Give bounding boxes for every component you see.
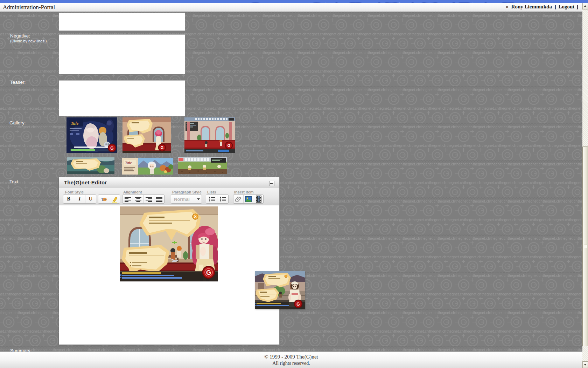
font-color-button[interactable]: T xyxy=(98,195,109,203)
lists-group-label: Lists xyxy=(207,190,216,194)
gallery-label: Gallery: xyxy=(9,120,26,125)
insert-image-button[interactable] xyxy=(243,195,253,203)
scrollbar-up-button[interactable] xyxy=(582,3,588,9)
film-icon xyxy=(256,196,261,203)
scrollbar-thumb[interactable] xyxy=(582,146,588,346)
align-center-button[interactable] xyxy=(133,195,143,203)
italic-button[interactable]: I xyxy=(74,195,85,203)
align-justify-icon xyxy=(156,196,162,202)
gallery-thumbnail-5[interactable]: Tale xyxy=(122,158,173,175)
paragraph-style-group-label: Paragraph Style xyxy=(172,190,202,194)
align-justify-button[interactable] xyxy=(154,195,164,203)
editor-toolbar: Font Style B I U T Alignment xyxy=(59,188,279,206)
editor-content-area[interactable]: G xyxy=(59,205,279,345)
bullet-list-icon xyxy=(209,196,215,202)
user-prefix: » xyxy=(506,4,509,9)
color-tools-group: T xyxy=(98,195,120,204)
footer-copyright: © 1999 - 2009 The(G)net xyxy=(0,354,582,360)
footer: © 1999 - 2009 The(G)net All rights reser… xyxy=(0,352,582,368)
text-label: Text: xyxy=(9,179,20,184)
svg-text:G: G xyxy=(110,146,113,151)
embedded-screenshot-2[interactable]: G xyxy=(255,271,305,309)
align-center-icon xyxy=(135,196,141,202)
minimize-button[interactable] xyxy=(269,181,274,186)
numbered-list-button[interactable] xyxy=(217,195,228,203)
gallery-thumbnail-4[interactable] xyxy=(67,157,114,174)
scroll-up-icon xyxy=(584,5,587,7)
insert-video-button[interactable] xyxy=(254,195,263,203)
alignment-group-label: Alignment xyxy=(123,190,142,194)
gallery-thumbnail-3[interactable]: G xyxy=(184,117,235,153)
text-caret xyxy=(62,280,62,285)
minimize-icon xyxy=(270,183,273,184)
lists-group xyxy=(206,195,229,204)
font-color-icon: T xyxy=(100,196,107,203)
top-blue-bar xyxy=(0,0,588,3)
paragraph-style-value: Normal xyxy=(171,195,195,203)
svg-text:T: T xyxy=(101,197,104,202)
admin-portal-page: { "header": { "title": "Administration-P… xyxy=(0,0,588,368)
svg-text:Tale: Tale xyxy=(71,121,79,126)
user-name: Rony Liemmukda xyxy=(511,4,552,9)
top-field-textarea[interactable] xyxy=(59,13,185,31)
scroll-down-icon xyxy=(584,364,587,366)
gallery-thumbnail-2[interactable]: G xyxy=(122,117,171,153)
negative-hint: (Divide by new lines!) xyxy=(10,39,47,43)
footer-rights: All rights reserved. xyxy=(0,361,582,366)
gallery-thumbnail-1[interactable]: Tale G xyxy=(66,117,117,153)
svg-text:G: G xyxy=(227,143,231,148)
align-right-button[interactable] xyxy=(144,195,154,203)
bullet-list-button[interactable] xyxy=(206,195,217,203)
image-icon xyxy=(245,196,252,202)
logout-bracket-close: ] xyxy=(576,4,578,9)
teaser-label: Teaser: xyxy=(10,80,26,85)
dropdown-arrow-icon xyxy=(195,195,202,203)
align-right-icon xyxy=(146,196,152,202)
insert-item-group xyxy=(233,195,264,204)
negative-textarea[interactable] xyxy=(59,34,185,74)
editor-window: The(G)net-Editor Font Style B I U T xyxy=(59,177,280,345)
paragraph-style-dropdown[interactable]: Normal xyxy=(171,195,202,204)
font-style-group: B I U xyxy=(63,195,96,204)
user-area: » Rony Liemmukda [ Logout ] xyxy=(505,4,579,10)
paperclip-icon xyxy=(235,196,242,203)
align-left-icon xyxy=(125,196,131,202)
svg-text:G: G xyxy=(296,302,300,307)
scrollbar-down-button[interactable] xyxy=(582,361,588,368)
highlight-button[interactable] xyxy=(109,195,120,203)
svg-text:G: G xyxy=(206,269,211,276)
gallery-thumbnail-6[interactable] xyxy=(178,157,227,174)
embedded-screenshot-1[interactable]: G xyxy=(120,206,218,281)
bold-button[interactable]: B xyxy=(63,195,74,203)
header-bar: Administration-Portal » Rony Liemmukda [… xyxy=(0,3,582,12)
vertical-scrollbar[interactable] xyxy=(582,3,588,368)
align-left-button[interactable] xyxy=(122,195,133,203)
page-title: Administration-Portal xyxy=(3,4,55,11)
svg-text:G: G xyxy=(161,145,164,150)
alignment-group xyxy=(122,195,164,204)
font-style-group-label: Font Style xyxy=(65,190,84,194)
insert-link-button[interactable] xyxy=(233,195,243,203)
svg-text:Tale: Tale xyxy=(125,161,132,165)
highlighter-icon xyxy=(111,196,118,203)
underline-button[interactable]: U xyxy=(85,195,96,203)
editor-title: The(G)net-Editor xyxy=(64,179,107,185)
teaser-textarea[interactable] xyxy=(59,80,185,116)
insert-item-group-label: Insert Item xyxy=(234,190,254,194)
editor-titlebar[interactable]: The(G)net-Editor xyxy=(59,177,279,188)
logout-bracket-open: [ xyxy=(555,4,556,9)
numbered-list-icon xyxy=(220,196,226,202)
scrollbar-grip xyxy=(584,245,587,248)
logout-link[interactable]: Logout xyxy=(558,4,574,9)
negative-label: Negative: xyxy=(10,33,30,39)
